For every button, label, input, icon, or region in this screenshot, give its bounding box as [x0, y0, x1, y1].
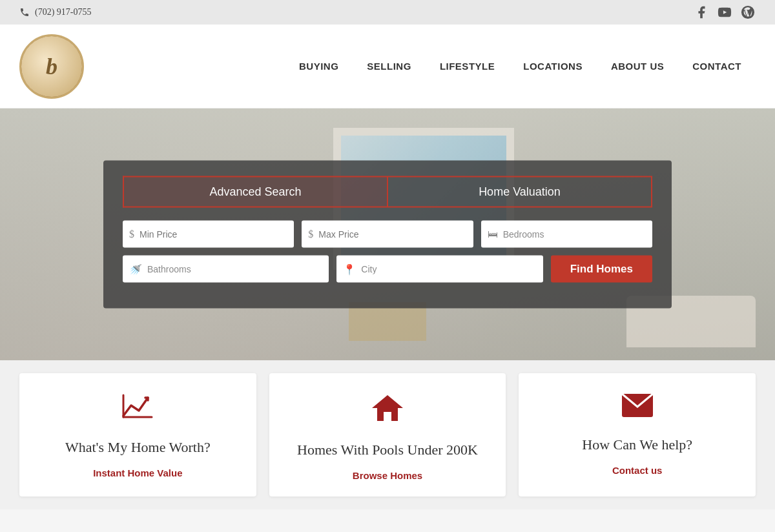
card-pools-link[interactable]: Browse Homes: [353, 470, 422, 481]
nav-selling[interactable]: SELLING: [353, 61, 426, 72]
bathrooms-field: 🚿 Bathrooms 1 2 3 4+: [123, 256, 329, 283]
min-price-field: $: [123, 221, 294, 248]
bedrooms-field: 🛏 Bedrooms 1 2 3 4 5+: [481, 221, 652, 248]
main-nav: BUYING SELLING LIFESTYLE LOCATIONS ABOUT…: [285, 61, 756, 72]
card-home-worth-link[interactable]: Instant Home Value: [93, 467, 182, 478]
search-row-2: 🚿 Bathrooms 1 2 3 4+ 📍 City Las Vegas He…: [123, 256, 652, 283]
top-bar: (702) 917-0755: [0, 0, 775, 25]
svg-rect-4: [384, 412, 391, 421]
facebook-icon[interactable]: [694, 5, 709, 20]
card-contact-title: How Can We help?: [582, 436, 692, 453]
card-pools: Homes With Pools Under 200K Browse Homes: [269, 373, 506, 496]
tab-home-valuation[interactable]: Home Valuation: [387, 176, 652, 208]
nav-about[interactable]: ABOUT US: [597, 61, 678, 72]
min-price-input[interactable]: [140, 229, 287, 240]
nav-contact[interactable]: CONTACT: [678, 61, 756, 72]
phone-number: (702) 917-0755: [19, 7, 92, 17]
card-contact-link[interactable]: Contact us: [612, 465, 663, 476]
header: b BUYING SELLING LIFESTYLE LOCATIONS ABO…: [0, 25, 775, 108]
find-homes-button[interactable]: Find Homes: [551, 256, 652, 283]
nav-lifestyle[interactable]: LIFESTYLE: [426, 61, 509, 72]
envelope-icon: [621, 393, 654, 425]
nav-locations[interactable]: LOCATIONS: [509, 61, 597, 72]
nav-buying[interactable]: BUYING: [285, 61, 353, 72]
card-home-worth: What's My Home Worth? Instant Home Value: [19, 373, 256, 496]
dollar-icon-min: $: [129, 229, 134, 240]
search-overlay: Advanced Search Home Valuation $ $ 🛏 Bed…: [103, 161, 672, 309]
max-price-input[interactable]: [318, 229, 466, 240]
chart-icon: [121, 393, 154, 427]
tab-advanced-search[interactable]: Advanced Search: [123, 176, 387, 208]
card-pools-title: Homes With Pools Under 200K: [297, 442, 478, 458]
search-tabs: Advanced Search Home Valuation: [123, 176, 652, 208]
card-contact: How Can We help? Contact us: [519, 373, 756, 496]
cards-section: What's My Home Worth? Instant Home Value…: [0, 360, 775, 509]
bath-icon: 🚿: [129, 263, 142, 275]
card-home-worth-title: What's My Home Worth?: [65, 439, 211, 456]
youtube-icon[interactable]: [717, 5, 732, 20]
social-icons: [694, 5, 756, 20]
search-row-1: $ $ 🛏 Bedrooms 1 2 3 4 5+: [123, 221, 652, 248]
wordpress-icon[interactable]: [740, 5, 756, 20]
max-price-field: $: [302, 221, 473, 248]
bathrooms-select[interactable]: Bathrooms 1 2 3 4+: [147, 264, 322, 274]
logo[interactable]: b: [19, 34, 84, 99]
logo-circle: b: [19, 34, 84, 99]
bed-icon: 🛏: [488, 229, 498, 240]
hero-section: Advanced Search Home Valuation $ $ 🛏 Bed…: [0, 108, 775, 360]
city-field: 📍 City Las Vegas Henderson Summerlin Nor…: [336, 256, 542, 283]
phone-icon: [19, 7, 30, 17]
house-icon: [371, 393, 404, 430]
logo-letter: b: [46, 53, 57, 80]
city-select[interactable]: City Las Vegas Henderson Summerlin North…: [361, 264, 536, 274]
bedrooms-select[interactable]: Bedrooms 1 2 3 4 5+: [503, 229, 646, 240]
location-icon: 📍: [343, 263, 356, 275]
dollar-icon-max: $: [308, 229, 313, 240]
